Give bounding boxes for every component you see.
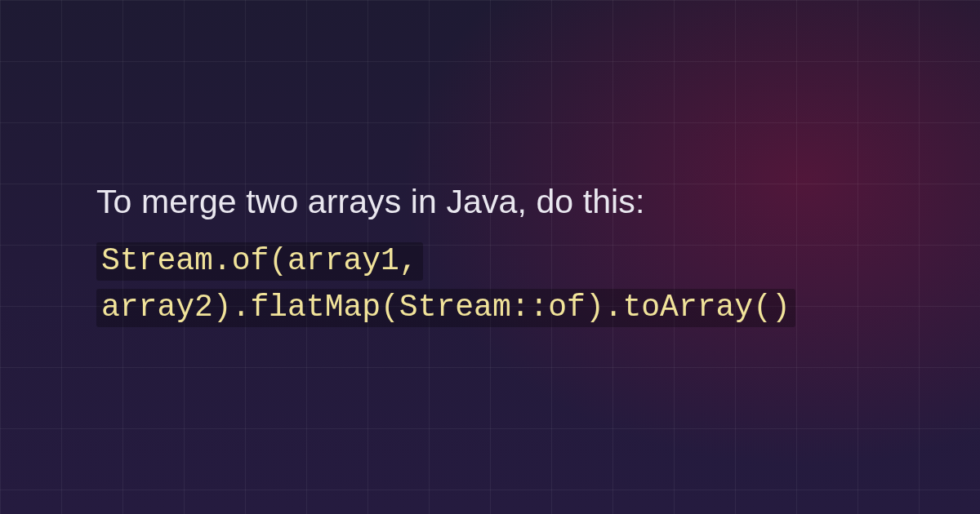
lead-text: To merge two arrays in Java, do this:	[96, 178, 964, 226]
code-snippet: Stream.of(array1, array2).flatMap(Stream…	[96, 242, 795, 327]
content-block: To merge two arrays in Java, do this: St…	[96, 178, 964, 330]
code-block: Stream.of(array1, array2).flatMap(Stream…	[96, 237, 964, 330]
